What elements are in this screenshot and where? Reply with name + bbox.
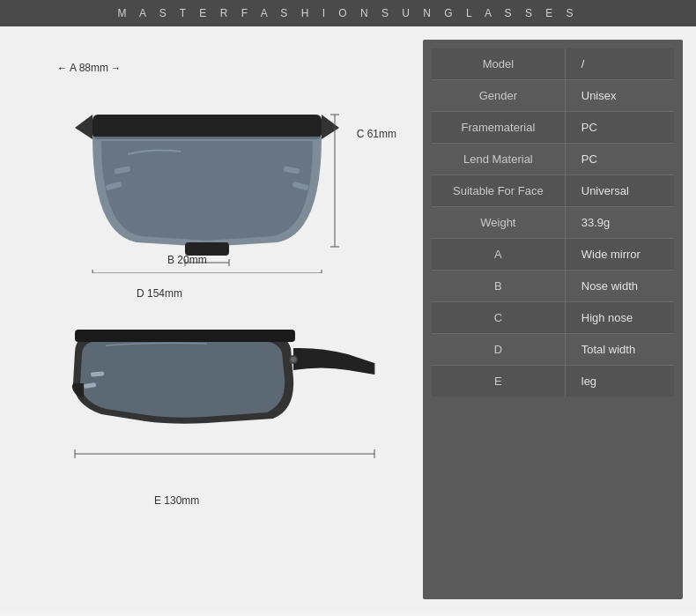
dim-e-label: E 130mm <box>154 494 199 507</box>
glasses-top-view <box>57 88 357 277</box>
spec-value: Wide mirror <box>565 239 674 271</box>
spec-value: Nose width <box>565 271 674 302</box>
spec-key: Framematerial <box>432 112 565 144</box>
spec-value: PC <box>565 112 674 144</box>
side-glasses-section: E 130mm <box>31 308 401 511</box>
spec-value: Universal <box>565 175 674 207</box>
table-row: AWide mirror <box>432 239 674 271</box>
table-row: FramematerialPC <box>432 112 674 144</box>
svg-marker-2 <box>322 115 339 139</box>
svg-point-21 <box>291 357 296 362</box>
glasses-side-view <box>48 308 383 471</box>
table-row: Weight33.9g <box>432 207 674 239</box>
left-panel: ← A 88mm → <box>0 26 423 612</box>
spec-value: High nose <box>565 302 674 334</box>
spec-key: Weight <box>432 207 565 239</box>
dim-b-label: B 20mm <box>167 254 207 266</box>
spec-key: B <box>432 271 565 302</box>
spec-key: C <box>432 302 565 334</box>
table-row: Model/ <box>432 48 674 80</box>
spec-key: Suitable For Face <box>432 175 565 207</box>
right-panel: Model/GenderUnisexFramematerialPCLend Ma… <box>423 40 683 599</box>
spec-value: PC <box>565 144 674 175</box>
svg-rect-0 <box>93 115 322 139</box>
main-content: ← A 88mm → <box>0 26 696 612</box>
spec-key: E <box>432 366 565 397</box>
spec-value: / <box>565 48 674 80</box>
table-row: Eleg <box>432 366 674 397</box>
top-glasses-section: ← A 88mm → <box>31 53 401 308</box>
spec-key: Lend Material <box>432 144 565 175</box>
table-row: Suitable For FaceUniversal <box>432 175 674 207</box>
site-header: M A S T E R F A S H I O N S U N G L A S … <box>0 0 696 26</box>
spec-key: D <box>432 334 565 366</box>
spec-key: Gender <box>432 80 565 112</box>
svg-marker-1 <box>75 115 93 139</box>
spec-value: Unisex <box>565 80 674 112</box>
table-row: DTotal width <box>432 334 674 366</box>
spec-value: Total width <box>565 334 674 366</box>
table-row: Lend MaterialPC <box>432 144 674 175</box>
spec-table: Model/GenderUnisexFramematerialPCLend Ma… <box>432 48 674 397</box>
dim-a-label: ← A 88mm → <box>57 62 121 74</box>
table-row: BNose width <box>432 271 674 302</box>
header-title: M A S T E R F A S H I O N S U N G L A S … <box>117 7 578 19</box>
table-row: GenderUnisex <box>432 80 674 112</box>
svg-rect-17 <box>75 330 295 342</box>
dim-c-label: C 61mm <box>357 128 396 140</box>
spec-value: leg <box>565 366 674 397</box>
spec-key: A <box>432 239 565 271</box>
spec-key: Model <box>432 48 565 80</box>
dim-d-label: D 154mm <box>137 287 182 300</box>
table-row: CHigh nose <box>432 302 674 334</box>
spec-value: 33.9g <box>565 207 674 239</box>
